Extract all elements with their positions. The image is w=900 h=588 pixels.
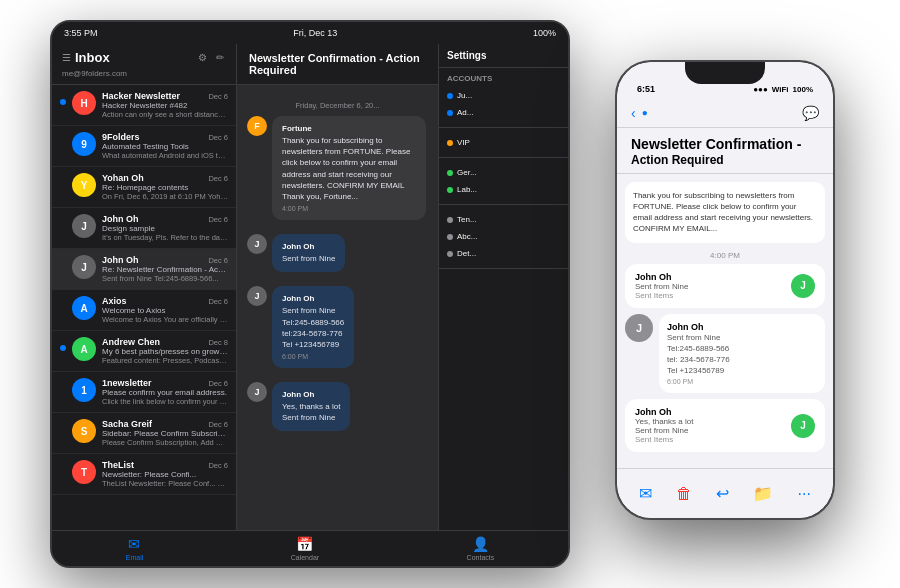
panel-item[interactable]: Ten... bbox=[447, 211, 560, 228]
email-date: Dec 6 bbox=[208, 92, 228, 101]
msg-sender: John Oh bbox=[282, 242, 335, 251]
phone-screen: 6:51 ●●● WiFi 100% ‹ ● 💬 Newsletter Conf… bbox=[617, 62, 833, 518]
panel-dot bbox=[447, 217, 453, 223]
folder-bottom-icon[interactable]: 📁 bbox=[753, 484, 773, 503]
message-bubble: John Oh Sent from NineTel:245-6889-566te… bbox=[272, 286, 354, 368]
msg-time: 4:00 PM bbox=[282, 205, 416, 212]
phone-device: 6:51 ●●● WiFi 100% ‹ ● 💬 Newsletter Conf… bbox=[615, 60, 835, 520]
nav-email[interactable]: ✉ Email bbox=[126, 536, 144, 561]
panel-item[interactable]: Ad... bbox=[447, 104, 560, 121]
msg-sender: John Oh bbox=[282, 390, 340, 399]
email-date: Dec 6 bbox=[208, 461, 228, 470]
email-list-item[interactable]: T TheList Dec 6 Newsletter: Please Confi… bbox=[52, 454, 236, 495]
email-list-item[interactable]: 1 1newsletter Dec 6 Please confirm your … bbox=[52, 372, 236, 413]
nav-email-label: Email bbox=[126, 554, 144, 561]
panel-section: Ten... Abc... Det... bbox=[439, 205, 568, 269]
hamburger-icon[interactable]: ☰ bbox=[62, 52, 71, 63]
compose-icon[interactable]: ✏ bbox=[214, 52, 226, 64]
email-preview: TheList Newsletter: Please Conf... Get l… bbox=[102, 479, 228, 488]
reply-bottom-icon[interactable]: ↩ bbox=[716, 484, 729, 503]
panel-item-label: Ger... bbox=[457, 168, 477, 177]
nav-calendar-label: Calendar bbox=[291, 554, 319, 561]
email-sender: John Oh bbox=[102, 214, 139, 224]
message-bubble: John Oh Sent from Nine bbox=[272, 234, 345, 272]
back-label[interactable]: ● bbox=[642, 107, 648, 118]
panel-item[interactable]: Ju... bbox=[447, 87, 560, 104]
nav-calendar[interactable]: 📅 Calendar bbox=[291, 536, 319, 561]
phone-time-1: 4:00 PM bbox=[625, 251, 825, 260]
email-date: Dec 6 bbox=[208, 256, 228, 265]
email-list-item[interactable]: S Sacha Greif Dec 6 Sidebar: Please Conf… bbox=[52, 413, 236, 454]
panel-item[interactable]: Lab... bbox=[447, 181, 560, 198]
sent-avatar-2: J bbox=[791, 414, 815, 438]
nav-contacts-label: Contacts bbox=[467, 554, 495, 561]
email-preview: Action can only see a short distance ahe… bbox=[102, 110, 228, 119]
tablet-screen: 3:55 PM Fri, Dec 13 100% ☰ Inbox ⚙ ✏ bbox=[52, 22, 568, 566]
tablet-device: 3:55 PM Fri, Dec 13 100% ☰ Inbox ⚙ ✏ bbox=[50, 20, 570, 568]
panel-item-label: Ten... bbox=[457, 215, 477, 224]
sent-text-2: Yes, thanks a lotSent from Nine bbox=[635, 417, 785, 435]
unread-dot bbox=[60, 345, 66, 351]
email-preview: On Fri, Dec 6, 2019 at 6:10 PM Yohan Oh … bbox=[102, 192, 228, 201]
panel-dot bbox=[447, 93, 453, 99]
nav-contacts[interactable]: 👤 Contacts bbox=[467, 536, 495, 561]
message-icon[interactable]: 💬 bbox=[802, 105, 819, 121]
email-sender: 9Folders bbox=[102, 132, 140, 142]
email-list-item[interactable]: A Andrew Chen Dec 8 My 6 best paths/pres… bbox=[52, 331, 236, 372]
msg-time: 6:00 PM bbox=[282, 353, 344, 360]
email-sender: Andrew Chen bbox=[102, 337, 160, 347]
email-date: Dec 6 bbox=[208, 215, 228, 224]
avatar: S bbox=[72, 419, 96, 443]
email-list-item[interactable]: A Axios Dec 6 Welcome to Axios Welcome t… bbox=[52, 290, 236, 331]
email-list-item[interactable]: J John Oh Dec 6 Re: Newsletter Confirmat… bbox=[52, 249, 236, 290]
email-list-item[interactable]: 9 9Folders Dec 6 Automated Testing Tools… bbox=[52, 126, 236, 167]
panel-item[interactable]: Det... bbox=[447, 245, 560, 262]
tablet-date: Fri, Dec 13 bbox=[293, 28, 337, 38]
message-row: J John Oh Sent from Nine bbox=[247, 234, 428, 280]
email-subject-title: Newsletter Confirmation - Action Require… bbox=[249, 52, 426, 76]
email-subject: Automated Testing Tools bbox=[102, 142, 228, 151]
scene: 3:55 PM Fri, Dec 13 100% ☰ Inbox ⚙ ✏ bbox=[0, 0, 900, 588]
email-body: Friday, December 6, 20... F Fortune Than… bbox=[237, 85, 438, 530]
panel-item[interactable]: VIP bbox=[447, 134, 560, 151]
panel-section: ACCOUNTS Ju... Ad... bbox=[439, 68, 568, 128]
email-subject: Sidebar: Please Confirm Subscription bbox=[102, 429, 228, 438]
delete-bottom-icon[interactable]: 🗑 bbox=[676, 485, 692, 503]
calendar-nav-icon: 📅 bbox=[296, 536, 313, 552]
back-arrow-icon[interactable]: ‹ bbox=[631, 105, 636, 121]
msg-sender: Fortune bbox=[282, 124, 416, 133]
panel-item[interactable]: Abc... bbox=[447, 228, 560, 245]
email-sender: Axios bbox=[102, 296, 127, 306]
email-sender: TheList bbox=[102, 460, 134, 470]
email-sidebar: ☰ Inbox ⚙ ✏ me@9folders.com H bbox=[52, 44, 237, 530]
tablet-time: 3:55 PM bbox=[64, 28, 98, 38]
email-subject: Welcome to Axios bbox=[102, 306, 228, 315]
panel-dot bbox=[447, 110, 453, 116]
panel-section-title: ACCOUNTS bbox=[447, 74, 560, 83]
avatar: A bbox=[72, 296, 96, 320]
msg-avatar: J bbox=[247, 234, 267, 254]
recv-bubble: John Oh Sent from NineTel:245-6889-566te… bbox=[659, 314, 825, 394]
tablet-status-bar: 3:55 PM Fri, Dec 13 100% bbox=[52, 22, 568, 44]
email-sender: Hacker Newsletter bbox=[102, 91, 180, 101]
email-list-item[interactable]: Y Yohan Oh Dec 6 Re: Homepage contents O… bbox=[52, 167, 236, 208]
compose-bottom-icon[interactable]: ✉ bbox=[639, 484, 652, 503]
email-content: Newsletter Confirmation - Action Require… bbox=[237, 44, 438, 530]
email-preview: Sent from Nine Tel:245-6889-566... bbox=[102, 274, 228, 283]
panel-item-label: VIP bbox=[457, 138, 470, 147]
email-list[interactable]: H Hacker Newsletter Dec 6 Hacker Newslet… bbox=[52, 85, 236, 530]
panel-item-label: Ju... bbox=[457, 91, 472, 100]
more-bottom-icon[interactable]: ··· bbox=[798, 485, 811, 503]
email-list-item[interactable]: H Hacker Newsletter Dec 6 Hacker Newslet… bbox=[52, 85, 236, 126]
panel-item[interactable]: Ger... bbox=[447, 164, 560, 181]
email-preview: It's on Tuesday, Pls. Refer to the date.… bbox=[102, 233, 228, 242]
filter-icon[interactable]: ⚙ bbox=[196, 52, 208, 64]
phone-subtitle: Action Required bbox=[631, 153, 819, 167]
date-divider: Friday, December 6, 20... bbox=[247, 95, 428, 116]
phone-nav-bar: ‹ ● 💬 bbox=[617, 98, 833, 128]
email-list-item[interactable]: J John Oh Dec 6 Design sample It's on Tu… bbox=[52, 208, 236, 249]
message-bubble: John Oh Yes, thanks a lotSent from Nine bbox=[272, 382, 350, 431]
wifi-icon: WiFi bbox=[772, 85, 789, 94]
email-date: Dec 6 bbox=[208, 420, 228, 429]
sent-name-2: John Oh bbox=[635, 407, 785, 417]
